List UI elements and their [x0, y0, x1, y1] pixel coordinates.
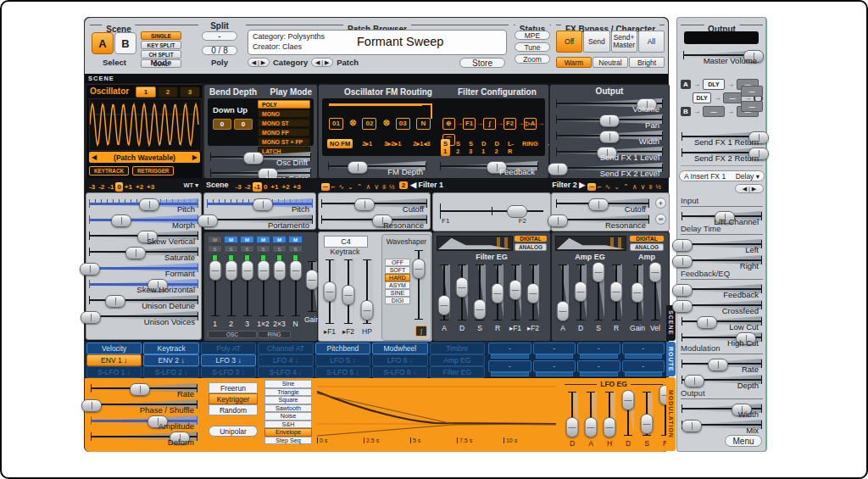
store-button[interactable]: Store	[459, 58, 505, 68]
slider-handle[interactable]	[348, 161, 368, 174]
mod-source-s-lfo-1[interactable]: S-LFO 1 ↓	[86, 366, 142, 378]
slider-handle[interactable]	[697, 316, 717, 329]
mod-source-env-1[interactable]: ENV 1 ↓	[86, 354, 142, 366]
fx-route-master2[interactable]: —	[741, 101, 763, 112]
lfo-unipolar-button[interactable]: Unipolar	[209, 426, 258, 437]
lfo-trigger-mode-keytrigger[interactable]: Keytrigger	[209, 393, 258, 404]
osc-octave-1[interactable]: +1	[123, 182, 134, 192]
waveshaper-type-hard[interactable]: HARD	[385, 274, 410, 281]
filter1-type-icon-item[interactable]: ⌄	[346, 183, 355, 191]
filter2-type-icon-item[interactable]: ∨	[639, 183, 648, 191]
filter2-type-icon-item[interactable]: ∿	[604, 183, 613, 191]
vslider-f1[interactable]: ▸F1	[508, 263, 523, 332]
slider-cutoff[interactable]: Cutoff	[554, 196, 652, 212]
filter-eg-analog-button[interactable]: ANALOG	[515, 243, 547, 251]
slider-skew-horizontal[interactable]: Skew Horizontal	[86, 276, 201, 292]
mod-source-channel-at[interactable]: Channel AT	[258, 343, 313, 354]
filter2-link-button[interactable]: ∞	[655, 214, 666, 225]
slider-resonance[interactable]: Resonance	[554, 212, 652, 228]
vslider-gain[interactable]: Gain	[630, 263, 645, 332]
slider-send-fx-2-level[interactable]: Send FX 2 Level	[554, 160, 665, 176]
slider-handle[interactable]	[130, 383, 150, 396]
slider-handle[interactable]	[672, 255, 693, 268]
slider-handle[interactable]	[566, 417, 579, 437]
slider-handle[interactable]	[527, 283, 540, 304]
vslider-s[interactable]: S	[639, 390, 654, 448]
oscillator-tab-3[interactable]: 3	[180, 86, 200, 97]
fader-handle[interactable]	[273, 260, 286, 281]
mute-button[interactable]: M	[240, 236, 254, 243]
oscillator-tab-1[interactable]: 1	[136, 86, 156, 97]
fm-node-item[interactable]: ⊗	[349, 118, 356, 128]
vslider-r[interactable]: R	[490, 263, 505, 332]
insert-fx-type[interactable]: Delay ▾	[736, 172, 760, 181]
play-mode-mono-st[interactable]: MONO ST	[258, 119, 310, 127]
filter-config-mode-ring[interactable]: RING	[520, 139, 541, 156]
vslider-a[interactable]: A	[555, 263, 570, 332]
vslider-hp[interactable]: HP	[359, 258, 375, 336]
filter1-label[interactable]: ◀ Filter 1	[410, 181, 443, 189]
scene-octave-3[interactable]: -3	[234, 182, 243, 192]
lfo-shape-step-seq[interactable]: Step Seq	[264, 437, 312, 445]
wavetable-selector[interactable]: ◀ (Patch Wavetable) ▶	[89, 152, 200, 163]
slider-handle[interactable]	[672, 239, 693, 252]
mod-slot-item[interactable]: -	[488, 343, 531, 354]
slider-master-volume[interactable]: Master Volume	[681, 47, 763, 64]
slider-handle[interactable]	[604, 417, 616, 437]
slider-handle[interactable]	[632, 282, 644, 303]
filter-chain-node-a[interactable]: ▷A	[524, 118, 537, 130]
scene-octave-3[interactable]: +3	[292, 182, 303, 192]
mute-button[interactable]: M	[224, 236, 238, 243]
scene-a-button[interactable]: A	[92, 32, 114, 54]
play-mode-mono[interactable]: MONO	[258, 109, 310, 118]
slider-handle[interactable]	[81, 311, 101, 324]
slider-handle[interactable]	[548, 214, 568, 227]
slider-handle[interactable]	[708, 359, 728, 371]
slider-pitch[interactable]: Pitch	[86, 196, 201, 212]
slider-mix[interactable]: Mix	[679, 417, 765, 433]
slider-handle[interactable]	[622, 390, 635, 410]
lfo-shape-square[interactable]: Square	[264, 396, 312, 404]
scene-mode-single[interactable]: SINGLE	[141, 31, 181, 40]
vslider-f2[interactable]: ▸F2	[341, 258, 356, 336]
slider-phase-shuffle[interactable]: Phase / Shuffle	[88, 397, 200, 413]
filter-eg-digital-button[interactable]: DIGITAL	[515, 236, 547, 242]
fx-route-insert-b[interactable]: —	[703, 106, 725, 117]
filter-frequency-display[interactable]: F1 F2	[432, 192, 551, 231]
lfo-trigger-mode-freerun[interactable]: Freerun	[209, 382, 258, 393]
vslider-d[interactable]: D	[565, 390, 580, 448]
bypass-button-off[interactable]: Off	[556, 31, 582, 53]
play-mode-poly[interactable]: POLY	[258, 100, 310, 109]
slider-pan[interactable]: Pan	[554, 112, 665, 128]
mod-source-s-lfo-5[interactable]: S-LFO 5 ↓	[315, 366, 370, 378]
fader-handle[interactable]	[305, 270, 318, 290]
slider-handle[interactable]	[682, 420, 702, 432]
filter1-type-icon-item[interactable]: ½	[387, 183, 397, 191]
osc-octave-1[interactable]: -1	[106, 182, 115, 192]
waveshaper-type-sine[interactable]: SINE	[385, 289, 410, 297]
mute-button[interactable]: M	[208, 236, 222, 243]
filter2-type-icon-item[interactable]: ∧	[631, 183, 639, 191]
slider-portamento[interactable]: Portamento	[204, 212, 315, 228]
mod-source-lfo-6[interactable]: LFO 6 ↓	[372, 354, 427, 366]
oscillator-waveform-display[interactable]	[89, 98, 202, 151]
status-button-mpe[interactable]: MPE	[515, 31, 550, 40]
scene-b-button[interactable]: B	[114, 32, 136, 54]
fx-route-send2[interactable]: —	[723, 92, 742, 103]
split-value[interactable]: -	[202, 31, 237, 41]
lfo-shape-noise[interactable]: Noise	[264, 412, 312, 421]
bend-up-value[interactable]: 0	[234, 119, 253, 130]
slider-handle[interactable]	[610, 281, 623, 302]
slider-handle[interactable]	[599, 131, 620, 143]
character-button-warm[interactable]: Warm	[556, 57, 592, 68]
slider-deform[interactable]: Deform	[88, 429, 200, 445]
bypass-button-send[interactable]: Send	[583, 31, 609, 53]
fader-handle[interactable]	[209, 260, 221, 281]
slider-handle[interactable]	[599, 114, 620, 127]
filter-chain-node-f1[interactable]: F1	[463, 118, 476, 130]
tab-modulation[interactable]: MODULATION	[666, 377, 676, 451]
fader-handle[interactable]	[257, 260, 270, 281]
vslider-d[interactable]: D	[573, 263, 588, 332]
vslider-s[interactable]: S	[591, 263, 606, 332]
filter-config-mode-d-2[interactable]: D 2	[492, 139, 501, 156]
